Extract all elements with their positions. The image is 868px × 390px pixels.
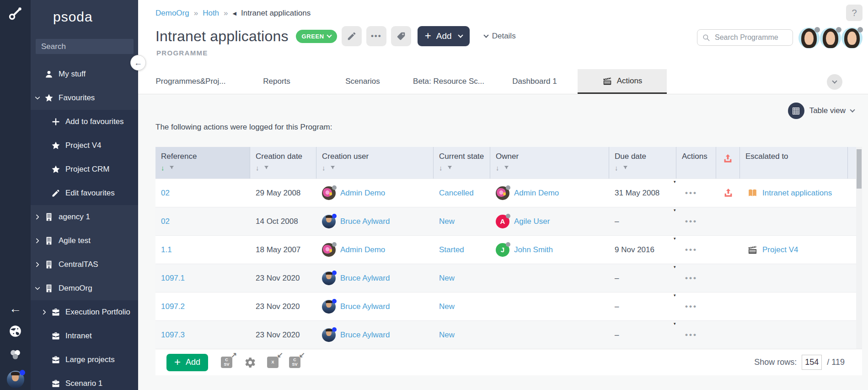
creation-user-link[interactable]: Bruce Aylward (340, 217, 390, 226)
sidebar-item-execution-portfolio[interactable]: Execution Portfolio (31, 300, 138, 324)
current-state-link[interactable]: New (439, 274, 455, 283)
team-member-avatar[interactable] (820, 27, 841, 49)
creation-user-link[interactable]: Bruce Aylward (340, 330, 390, 340)
view-toggle[interactable]: Table view (788, 103, 854, 119)
sort-arrow-icon[interactable]: ↓ (161, 164, 165, 171)
reference-link[interactable]: 02 (161, 217, 170, 226)
filter-funnel-icon[interactable] (622, 165, 628, 171)
owner-link[interactable]: Admin Demo (514, 189, 559, 198)
sidebar-item-my-stuff[interactable]: My stuff (31, 62, 138, 86)
row-caret-icon[interactable]: ▾ (674, 321, 676, 326)
sort-arrow-icon[interactable]: ↓ (256, 164, 259, 171)
creation-user-link[interactable]: Admin Demo (340, 245, 385, 255)
sidebar-item-large-projects[interactable]: Large projects (31, 348, 138, 372)
row-caret-icon[interactable]: ▾ (674, 293, 676, 298)
show-rows-input[interactable] (802, 355, 822, 370)
current-state-link[interactable]: Started (439, 245, 464, 255)
gear-icon[interactable] (243, 356, 257, 369)
sidebar: psoda My stuffFavouritesAdd to favourite… (31, 0, 138, 390)
creation-user-link[interactable]: Bruce Aylward (340, 274, 390, 283)
current-state-link[interactable]: New (439, 302, 455, 311)
row-actions-menu[interactable]: ••• (685, 302, 697, 311)
tab-reports[interactable]: Reports (234, 69, 320, 94)
filter-funnel-icon[interactable] (263, 165, 269, 171)
filter-funnel-icon[interactable] (504, 165, 509, 171)
sort-arrow-icon[interactable]: ↓ (439, 164, 443, 171)
more-options-button[interactable]: ••• (366, 26, 386, 46)
escalated-to-link[interactable]: Intranet applications (762, 189, 832, 198)
sidebar-search-input[interactable] (36, 39, 134, 54)
rail-back-arrow-icon[interactable]: ← (9, 303, 21, 315)
people-cluster-icon[interactable] (8, 347, 22, 362)
avatar-bruce-aylward (322, 328, 336, 342)
row-actions-menu[interactable]: ••• (685, 189, 697, 198)
sidebar-item-project-crm[interactable]: Project CRM (31, 157, 138, 181)
filter-funnel-icon[interactable] (330, 165, 336, 171)
tab-actions[interactable]: Actions (578, 69, 667, 94)
current-user-avatar[interactable] (7, 371, 24, 388)
reference-link[interactable]: 1097.2 (161, 302, 185, 311)
row-caret-icon[interactable]: ▾ (674, 179, 676, 184)
sidebar-item-demoorg[interactable]: DemoOrg (31, 276, 138, 300)
current-state-link[interactable]: Cancelled (439, 189, 474, 198)
row-caret-icon[interactable]: ▾ (674, 208, 676, 212)
breadcrumb-link[interactable]: DemoOrg (155, 9, 189, 18)
edit-button[interactable] (342, 26, 362, 46)
owner-link[interactable]: Agile User (514, 217, 550, 226)
sort-arrow-icon[interactable]: ↓ (615, 164, 618, 171)
reference-link[interactable]: 1.1 (161, 245, 172, 255)
sidebar-item-centraltas[interactable]: CentralTAS (31, 253, 138, 276)
row-actions-menu[interactable]: ••• (685, 217, 697, 226)
row-actions-menu[interactable]: ••• (685, 330, 697, 340)
csv-import-icon[interactable]: CSV↙ (289, 357, 300, 368)
escalate-icon[interactable] (723, 188, 734, 198)
creation-user-link[interactable]: Bruce Aylward (340, 302, 390, 311)
tab-scenarios[interactable]: Scenarios (320, 69, 406, 94)
sort-arrow-icon[interactable]: ↓ (496, 164, 499, 171)
sidebar-item-favourites[interactable]: Favourites (31, 86, 138, 110)
help-button[interactable]: ? (846, 5, 863, 21)
team-member-avatar[interactable] (841, 27, 863, 49)
filter-funnel-icon[interactable] (447, 165, 453, 171)
add-action-button[interactable]: + Add (166, 354, 208, 371)
escalated-to-link[interactable]: Project V4 (762, 245, 798, 255)
tab-programmes-proj-[interactable]: Programmes&Proj... (148, 69, 234, 94)
tab-dashboard-1[interactable]: Dashboard 1 (492, 69, 578, 94)
sidebar-item-edit-favourites[interactable]: Edit favourites (31, 181, 138, 205)
team-member-avatar[interactable] (798, 27, 820, 49)
tab-beta-resource-sc-[interactable]: Beta: Resource Sc... (406, 69, 492, 94)
sidebar-item-add-to-favourites[interactable]: Add to favourites (31, 110, 138, 134)
csv-export-icon[interactable]: CSV↗ (221, 357, 232, 368)
sidebar-item-intranet[interactable]: Intranet (31, 324, 138, 348)
excel-import-icon[interactable]: X↙ (267, 357, 279, 368)
sidebar-item-agency-1[interactable]: agency 1 (31, 205, 138, 229)
programme-search-input[interactable] (714, 33, 788, 42)
globe-icon[interactable] (8, 324, 22, 338)
row-actions-menu[interactable]: ••• (685, 274, 697, 283)
reference-link[interactable]: 02 (161, 189, 170, 198)
sidebar-item-project-v4[interactable]: Project V4 (31, 134, 138, 157)
filter-funnel-icon[interactable] (169, 165, 175, 171)
row-actions-menu[interactable]: ••• (685, 245, 697, 255)
sidebar-item-scenario-1[interactable]: Scenario 1 (31, 372, 138, 390)
row-caret-icon[interactable]: ▾ (674, 265, 676, 269)
tag-button[interactable] (391, 26, 411, 46)
psoda-logo-icon[interactable] (8, 5, 23, 21)
status-badge[interactable]: GREEN (296, 30, 337, 43)
sidebar-collapse-button[interactable]: ← (130, 55, 146, 70)
reference-link[interactable]: 1097.1 (161, 274, 185, 283)
current-state-link[interactable]: New (439, 330, 455, 340)
breadcrumb-link[interactable]: Hoth (203, 9, 219, 18)
details-toggle[interactable]: Details (484, 32, 516, 41)
add-button[interactable]: + Add (418, 26, 470, 46)
sidebar-item-agile-test[interactable]: Agile test (31, 229, 138, 253)
owner-link[interactable]: John Smith (514, 245, 553, 255)
sort-arrow-icon[interactable]: ↓ (322, 164, 326, 171)
row-caret-icon[interactable]: ▾ (674, 236, 676, 241)
presence-dot (332, 327, 337, 332)
current-state-link[interactable]: New (439, 217, 455, 226)
reference-link[interactable]: 1097.3 (161, 330, 185, 340)
tabs-overflow-button[interactable] (827, 74, 842, 90)
creation-user-link[interactable]: Admin Demo (340, 189, 385, 198)
scrollbar-thumb[interactable] (857, 149, 862, 189)
